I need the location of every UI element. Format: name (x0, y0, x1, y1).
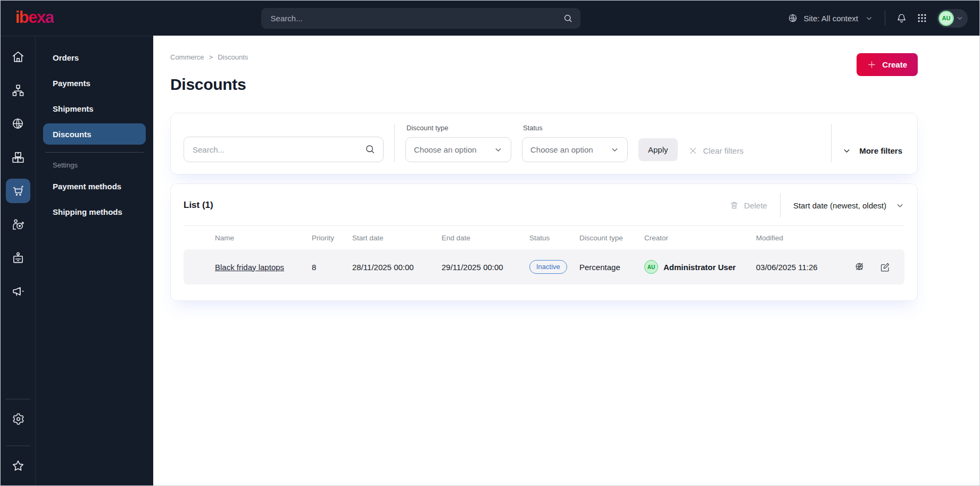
menu-item-payment-methods[interactable]: Payment methods (43, 175, 146, 197)
menu-item-shipments[interactable]: Shipments (43, 98, 146, 119)
main-rail (1, 36, 35, 485)
clear-filters-label: Clear filters (703, 146, 744, 155)
rail-bottom (1, 393, 35, 485)
plus-icon (867, 60, 876, 69)
col-modified: Modified (756, 234, 847, 242)
menu-item-shipping-methods[interactable]: Shipping methods (43, 201, 146, 222)
bell-icon (896, 13, 907, 24)
gear-icon (11, 412, 25, 426)
global-search (261, 8, 580, 29)
col-name: Name (215, 234, 312, 242)
rail-item-commerce[interactable] (6, 179, 30, 203)
search-icon[interactable] (364, 144, 376, 155)
avatar: AU (939, 11, 954, 26)
rail-divider (5, 446, 30, 446)
id-badge-icon (11, 251, 25, 265)
list-title: List (1) (184, 200, 213, 211)
delete-label: Delete (744, 201, 767, 210)
breadcrumb-discounts: Discounts (218, 53, 248, 61)
rail-item-products[interactable] (6, 145, 30, 170)
status-field: Status Choose an option (522, 124, 628, 162)
filter-search-input[interactable] (184, 137, 384, 162)
col-start-date: Start date (352, 234, 442, 242)
filter-divider (394, 124, 395, 162)
chevron-down-icon (865, 14, 873, 22)
col-priority: Priority (312, 234, 352, 242)
discount-type-field: Discount type Choose an option (405, 124, 511, 162)
ibexa-logo[interactable]: ibexa (15, 9, 54, 28)
page-title: Discounts (170, 76, 248, 94)
site-tree-icon (11, 83, 25, 97)
clear-filters-button[interactable]: Clear filters (688, 146, 744, 155)
site-context-label: Site: All context (803, 14, 858, 23)
create-button[interactable]: Create (857, 53, 918, 76)
status-label: Status (522, 124, 628, 132)
list-head-divider (780, 193, 780, 217)
sort-label: Start date (newest, oldest) (793, 201, 886, 210)
row-discount-type: Percentage (579, 263, 644, 272)
app-switcher-button[interactable] (917, 13, 927, 23)
status-badge: Inactive (529, 260, 567, 274)
chevron-down-icon (494, 145, 503, 154)
discount-type-label: Discount type (405, 124, 511, 132)
row-modified: 03/06/2025 11:26 (756, 263, 847, 272)
row-end-date: 29/11/2025 00:00 (442, 263, 529, 272)
creator-name: Administrator User (663, 263, 736, 272)
rail-item-marketing[interactable] (6, 279, 30, 304)
commerce-menu: Orders Payments Shipments Discounts Sett… (35, 36, 153, 485)
rail-item-site[interactable] (6, 112, 30, 136)
global-search-input[interactable] (261, 8, 580, 29)
col-discount-type: Discount type (579, 234, 644, 242)
discount-type-select[interactable]: Choose an option (405, 137, 511, 162)
discount-name-link[interactable]: Black friday laptops (215, 263, 284, 272)
menu-divider (45, 152, 144, 153)
chevron-down-icon (842, 146, 851, 155)
menu-item-discounts[interactable]: Discounts (43, 123, 146, 145)
menu-section-label: Settings (43, 161, 146, 169)
trash-icon (729, 200, 739, 210)
clear-x-icon (688, 146, 697, 155)
main-content: Commerce > Discounts Discounts Create (153, 36, 979, 485)
status-select[interactable]: Choose an option (522, 137, 628, 162)
rail-item-content-tree[interactable] (6, 78, 30, 103)
search-icon[interactable] (563, 13, 573, 23)
row-actions (847, 262, 904, 273)
more-filters-button[interactable]: More filters (842, 146, 902, 155)
more-filters-label: More filters (859, 146, 902, 155)
site-context-selector[interactable]: Site: All context (787, 13, 873, 24)
boxes-icon (11, 150, 25, 164)
status-value: Choose an option (530, 145, 593, 154)
preview-disabled-icon[interactable] (854, 262, 866, 273)
globe-icon (787, 13, 799, 24)
menu-item-orders[interactable]: Orders (43, 47, 146, 68)
rail-item-corporate[interactable] (6, 246, 30, 270)
col-status: Status (529, 234, 579, 242)
user-menu[interactable]: AU (937, 9, 968, 28)
audience-target-icon (11, 217, 25, 231)
delete-button[interactable]: Delete (729, 200, 767, 210)
topbar-divider (885, 11, 885, 26)
rail-item-home[interactable] (6, 45, 30, 69)
notifications-button[interactable] (896, 13, 907, 24)
create-button-label: Create (882, 60, 907, 69)
discounts-list-panel: List (1) Delete Start date (newest, olde… (170, 183, 918, 301)
star-icon (11, 459, 25, 473)
apply-button[interactable]: Apply (638, 138, 678, 161)
filters-panel: Discount type Choose an option Status Ch… (170, 113, 918, 174)
home-icon (11, 50, 25, 64)
rail-item-bookmarks[interactable] (6, 454, 30, 478)
discount-type-value: Choose an option (414, 145, 477, 154)
topbar: ibexa Site: All context (1, 1, 979, 36)
app-window: ibexa Site: All context (0, 0, 980, 486)
rail-item-personalization[interactable] (6, 212, 30, 237)
edit-icon[interactable] (879, 262, 891, 273)
chevron-down-icon (895, 201, 904, 210)
breadcrumb-commerce[interactable]: Commerce (170, 53, 204, 61)
chevron-down-icon (956, 14, 964, 22)
sort-select[interactable]: Start date (newest, oldest) (793, 201, 904, 210)
menu-item-payments[interactable]: Payments (43, 72, 146, 94)
creator-avatar: AU (644, 260, 658, 274)
col-creator: Creator (644, 234, 756, 242)
rail-item-admin[interactable] (6, 407, 30, 431)
breadcrumb-separator: > (209, 53, 213, 61)
